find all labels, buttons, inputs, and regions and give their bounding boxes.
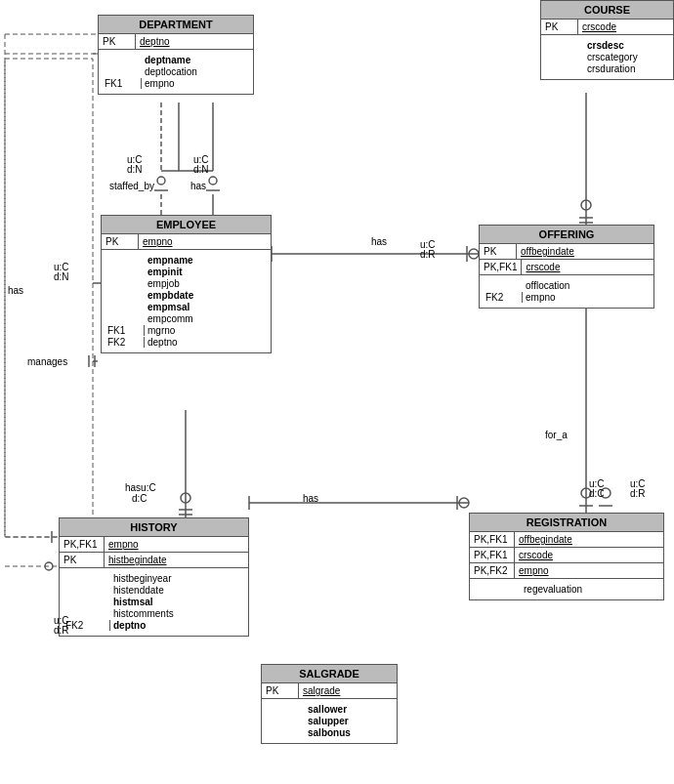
reg-pk1-label: PK,FK1	[470, 532, 515, 547]
offering-pk1-label: PK	[480, 244, 517, 259]
label-has-dept: has	[190, 181, 206, 191]
svg-point-6	[157, 177, 165, 185]
er-diagram: COURSE PK crscode crsdesc crscategory cr…	[0, 0, 674, 784]
entity-registration-attrs: regevaluation	[470, 579, 663, 599]
hist-attr-histenddate: histenddate	[65, 585, 242, 596]
label-manages: manages	[27, 356, 67, 367]
entity-offering-attrs: offlocation FK2 empno	[480, 275, 653, 308]
offering-pk1-field: offbegindate	[517, 244, 653, 259]
emp-attr-empcomm: empcomm	[107, 313, 265, 324]
hist-attr-histcomments: histcomments	[65, 608, 242, 619]
entity-registration-header: REGISTRATION	[470, 514, 663, 532]
label-dc-offering-reg: d:C	[589, 488, 605, 499]
svg-point-31	[459, 498, 469, 508]
emp-attr-mgrno: FK1 mgrno	[107, 325, 265, 336]
course-attr-crsduration: crsduration	[547, 63, 667, 74]
reg-pk3-label: PK,FK2	[470, 563, 515, 578]
label-dn-dept-has: d:N	[193, 164, 209, 175]
emp-attr-empjob: empjob	[107, 278, 265, 289]
offering-pk2-label: PK,FK1	[480, 260, 522, 274]
emp-attr-empname: empname	[107, 255, 265, 266]
emp-attr-deptno: FK2 deptno	[107, 337, 265, 348]
entity-course-attrs: crsdesc crscategory crsduration	[541, 35, 673, 79]
label-dc: d:C	[132, 493, 147, 504]
entity-course-pk: PK crscode	[541, 20, 673, 35]
hist-pk1-label: PK,FK1	[60, 537, 105, 552]
dept-pk-field: deptno	[136, 34, 253, 49]
offering-pk2-field: crscode	[522, 260, 653, 274]
entity-offering-pk2: PK,FK1 crscode	[480, 260, 653, 275]
entity-registration: REGISTRATION PK,FK1 offbegindate PK,FK1 …	[469, 513, 664, 600]
hist-pk1-field: empno	[105, 537, 248, 552]
entity-course-header: COURSE	[541, 1, 673, 20]
sal-pk-field: salgrade	[299, 683, 397, 698]
entity-department-pk: PK deptno	[99, 34, 253, 50]
svg-rect-1	[5, 59, 93, 537]
hist-attr-histbeginyear: histbeginyear	[65, 573, 242, 584]
entity-salgrade-pk: PK salgrade	[262, 683, 397, 699]
reg-pk1-field: offbegindate	[515, 532, 663, 547]
svg-point-19	[469, 249, 479, 259]
offering-attr-empno: FK2 empno	[485, 292, 648, 303]
label-dn-dept-staffed: d:N	[127, 164, 143, 175]
reg-pk2-field: crscode	[515, 548, 663, 562]
entity-employee-pk: PK empno	[102, 234, 271, 250]
entity-offering-header: OFFERING	[480, 226, 653, 244]
hist-attr-deptno: FK2 deptno	[65, 620, 242, 631]
sal-pk-label: PK	[262, 683, 299, 698]
entity-registration-pk3: PK,FK2 empno	[470, 563, 663, 579]
entity-employee-header: EMPLOYEE	[102, 216, 271, 234]
offering-attr-offlocation: offlocation	[485, 280, 648, 291]
entity-course: COURSE PK crscode crsdesc crscategory cr…	[540, 0, 674, 80]
entity-registration-pk2: PK,FK1 crscode	[470, 548, 663, 563]
svg-point-28	[181, 493, 190, 503]
entity-salgrade: SALGRADE PK salgrade sallower salupper s…	[261, 664, 398, 744]
dept-attr-empno: FK1 empno	[105, 78, 247, 89]
reg-pk3-field: empno	[515, 563, 663, 578]
label-dr-emp-offering: d:R	[420, 249, 436, 260]
course-attr-crscategory: crscategory	[547, 52, 667, 62]
sal-attr-sallower: sallower	[268, 704, 391, 715]
entity-offering: OFFERING PK offbegindate PK,FK1 crscode …	[479, 225, 654, 309]
emp-attr-empbdate: empbdate	[107, 290, 265, 301]
entity-department-header: DEPARTMENT	[99, 16, 253, 34]
entity-history: HISTORY PK,FK1 empno PK histbegindate hi…	[59, 517, 249, 637]
course-attr-crsdesc: crsdesc	[547, 40, 667, 51]
emp-attr-empmsal: empmsal	[107, 302, 265, 312]
reg-attr-regevaluation: regevaluation	[476, 584, 657, 595]
svg-point-39	[45, 562, 53, 570]
emp-attr-empinit: empinit	[107, 267, 265, 277]
entity-history-attrs: histbeginyear histenddate histmsal histc…	[60, 568, 248, 636]
label-has-history: has	[303, 493, 318, 504]
emp-pk-field: empno	[139, 234, 271, 249]
label-for-a: for_a	[545, 430, 568, 440]
label-has-emp-offering: has	[371, 236, 387, 247]
reg-pk2-label: PK,FK1	[470, 548, 515, 562]
label-has-left: has	[8, 285, 23, 296]
sal-attr-salbonus: salbonus	[268, 727, 391, 738]
emp-pk-label: PK	[102, 234, 139, 249]
label-dr-reg-right: d:R	[630, 488, 646, 499]
entity-history-header: HISTORY	[60, 518, 248, 537]
entity-history-pk2: PK histbegindate	[60, 553, 248, 568]
svg-point-24	[581, 200, 591, 210]
entity-employee-attrs: empname empinit empjob empbdate empmsal …	[102, 250, 271, 352]
entity-department: DEPARTMENT PK deptno deptname deptlocati…	[98, 15, 254, 95]
label-dn-emp-left: d:N	[54, 271, 69, 282]
entity-salgrade-header: SALGRADE	[262, 665, 397, 683]
entity-registration-pk1: PK,FK1 offbegindate	[470, 532, 663, 548]
dept-pk-label: PK	[99, 34, 136, 49]
dept-attr-deptname: deptname	[105, 55, 247, 65]
hist-attr-histmsal: histmsal	[65, 597, 242, 607]
hist-pk2-field: histbegindate	[105, 553, 248, 567]
entity-department-attrs: deptname deptlocation FK1 empno	[99, 50, 253, 94]
entity-history-pk1: PK,FK1 empno	[60, 537, 248, 553]
entity-offering-pk1: PK offbegindate	[480, 244, 653, 260]
hist-pk2-label: PK	[60, 553, 105, 567]
entity-salgrade-attrs: sallower salupper salbonus	[262, 699, 397, 743]
label-staffed-by: staffed_by	[109, 181, 154, 191]
dept-attr-deptlocation: deptlocation	[105, 66, 247, 77]
course-pk-field: crscode	[578, 20, 673, 34]
course-pk-label: PK	[541, 20, 578, 34]
svg-point-8	[209, 177, 217, 185]
